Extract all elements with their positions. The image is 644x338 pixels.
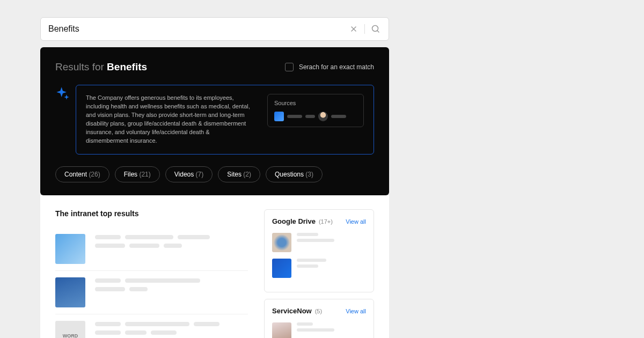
result-item[interactable]: WORD — [55, 314, 248, 338]
result-skeleton — [95, 234, 248, 264]
result-item[interactable] — [55, 271, 248, 314]
content-panel: The intranet top results WORD — [40, 195, 389, 338]
item-thumbnail — [272, 259, 291, 278]
sparkle-icon — [55, 86, 68, 99]
source-placeholder — [331, 115, 346, 118]
ai-summary-row: The Company offers generous benefits to … — [55, 85, 374, 155]
clear-icon[interactable] — [348, 24, 359, 34]
source-avatar[interactable] — [318, 112, 328, 121]
external-sources: Google Drive (17+) View all Ser — [264, 209, 374, 338]
search-icon[interactable] — [370, 24, 381, 34]
filter-questions[interactable]: Questions (3) — [266, 166, 323, 182]
snow-count: (5) — [315, 308, 322, 314]
results-title: Results for Benefits — [55, 61, 147, 73]
checkbox-icon[interactable] — [285, 63, 294, 71]
intranet-results: The intranet top results WORD — [55, 209, 248, 338]
results-panel: Results for Benefits Serach for an exact… — [40, 47, 389, 195]
filter-pills: Content (26) Files (21) Videos (7) Sites… — [55, 166, 374, 182]
gdrive-title: Google Drive — [272, 217, 316, 225]
gdrive-view-all[interactable]: View all — [346, 218, 366, 225]
search-input[interactable] — [48, 24, 348, 34]
search-bar — [40, 17, 389, 41]
word-doc-icon: WORD — [55, 321, 85, 338]
exact-match-toggle[interactable]: Serach for an exact match — [285, 63, 374, 71]
snow-view-all[interactable]: View all — [346, 308, 366, 314]
gdrive-item[interactable] — [272, 233, 366, 252]
gdrive-item[interactable] — [272, 259, 366, 278]
search-actions — [348, 24, 381, 34]
result-thumbnail — [55, 277, 85, 307]
result-skeleton — [95, 321, 248, 338]
snow-title: ServiceNow — [272, 307, 312, 315]
exact-match-label: Serach for an exact match — [299, 63, 374, 71]
servicenow-card: ServiceNow (5) View all — [264, 299, 374, 338]
filter-files[interactable]: Files (21) — [115, 166, 160, 182]
source-avatar[interactable] — [274, 112, 284, 121]
intranet-title: The intranet top results — [55, 209, 248, 218]
item-thumbnail — [272, 233, 291, 252]
result-skeleton — [95, 277, 248, 307]
result-item[interactable] — [55, 227, 248, 271]
gdrive-count: (17+) — [319, 218, 333, 225]
gdrive-card: Google Drive (17+) View all — [264, 209, 374, 292]
sources-label: Sources — [274, 100, 357, 106]
results-term: Benefits — [107, 61, 147, 72]
source-placeholder — [287, 115, 302, 118]
results-header: Results for Benefits Serach for an exact… — [55, 61, 374, 73]
filter-videos[interactable]: Videos (7) — [165, 166, 213, 182]
sources-list — [274, 112, 357, 121]
ai-summary-text: The Company offers generous benefits to … — [86, 94, 251, 145]
item-thumbnail — [272, 322, 291, 338]
result-thumbnail — [55, 234, 85, 264]
ai-card: The Company offers generous benefits to … — [76, 85, 374, 155]
results-prefix: Results for — [55, 61, 107, 72]
filter-content[interactable]: Content (26) — [55, 166, 109, 182]
source-placeholder — [305, 115, 315, 118]
divider — [364, 24, 365, 34]
sources-box: Sources — [267, 94, 364, 127]
filter-sites[interactable]: Sites (2) — [218, 166, 260, 182]
snow-item[interactable] — [272, 322, 366, 338]
